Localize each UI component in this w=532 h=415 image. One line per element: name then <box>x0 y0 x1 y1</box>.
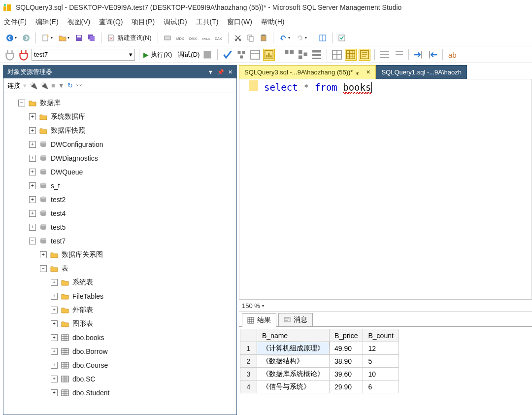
tab-active[interactable]: SQLQuery3.sql -...9A\haozhang (55))*⁎✕ <box>239 65 376 79</box>
results-grid-icon[interactable] <box>345 49 357 61</box>
tree-node[interactable]: +系统数据库 <box>5 110 234 124</box>
specify-values-icon[interactable]: ab <box>447 49 459 61</box>
outdent-icon[interactable] <box>427 49 438 61</box>
debug-button[interactable]: 调试(D) <box>178 50 200 59</box>
cell[interactable]: 5 <box>363 355 399 368</box>
tree-node[interactable]: +外部表 <box>5 303 234 317</box>
expander-icon[interactable]: + <box>40 251 47 258</box>
expander-icon[interactable]: + <box>51 279 58 286</box>
outline-icon[interactable] <box>249 49 261 61</box>
menu-window[interactable]: 窗口(W) <box>227 18 252 27</box>
tree-node[interactable]: +dbo.Borrow <box>5 345 234 358</box>
plan-icon[interactable] <box>235 49 247 61</box>
cell[interactable]: 10 <box>363 368 399 380</box>
zoom-level[interactable]: 150 % ▾ <box>239 300 532 312</box>
menu-project[interactable]: 项目(P) <box>132 18 155 27</box>
tb-mdx-icon[interactable]: MDX <box>175 33 186 43</box>
cell[interactable]: 38.90 <box>330 355 363 368</box>
results-grid[interactable]: B_nameB_priceB_count1《计算机组成原理》49.90122《数… <box>239 327 532 395</box>
menu-view[interactable]: 视图(V) <box>67 18 91 27</box>
tree-node[interactable]: +图形表 <box>5 317 234 331</box>
tb2-icon-d[interactable] <box>331 49 343 61</box>
cell[interactable]: 49.90 <box>330 342 363 355</box>
expander-icon[interactable]: + <box>51 293 58 300</box>
tree-node[interactable]: +数据库关系图 <box>5 248 234 262</box>
menu-edit[interactable]: 编辑(E) <box>35 18 59 27</box>
oex-pulse-icon[interactable]: 〰 <box>76 82 82 89</box>
expander-icon[interactable]: + <box>29 182 36 189</box>
open-icon[interactable]: ▾ <box>57 33 71 43</box>
cell[interactable]: 39.60 <box>330 368 363 380</box>
tree-node[interactable]: +数据库快照 <box>5 124 234 138</box>
include-stats-icon[interactable] <box>263 49 275 61</box>
tree-node[interactable]: −test7 <box>5 234 234 248</box>
results-tab[interactable]: 结果 <box>242 313 276 327</box>
execute-button[interactable]: ▶执行(X) <box>143 50 172 59</box>
cell[interactable]: 《计算机组成原理》 <box>257 342 330 355</box>
tb2-icon-b[interactable] <box>297 49 309 61</box>
cut-icon[interactable] <box>233 33 243 43</box>
cell[interactable]: 《信号与系统》 <box>257 380 330 393</box>
expander-icon[interactable]: + <box>29 210 36 217</box>
expander-icon[interactable]: + <box>51 362 58 369</box>
tb2-icon-c[interactable] <box>311 49 323 61</box>
expander-icon[interactable]: + <box>29 127 36 134</box>
tree-node[interactable]: +DWQueue <box>5 165 234 179</box>
expander-icon[interactable]: + <box>51 320 58 327</box>
row-number[interactable]: 2 <box>240 355 257 368</box>
tree-node[interactable]: +dbo.Course <box>5 358 234 372</box>
comment-icon[interactable] <box>379 49 391 61</box>
database-select[interactable]: test7▾ <box>32 49 135 61</box>
expander-icon[interactable]: + <box>29 196 36 203</box>
expander-icon[interactable]: + <box>51 389 58 396</box>
expander-icon[interactable]: + <box>29 169 36 175</box>
tb-dax-icon[interactable]: DAX <box>213 33 224 43</box>
expander-icon[interactable]: + <box>51 376 58 382</box>
tree-node[interactable]: −表 <box>5 262 234 276</box>
tree-node[interactable]: +系统表 <box>5 276 234 289</box>
col-header[interactable]: B_name <box>257 329 330 342</box>
menu-file[interactable]: 文件(F) <box>4 18 27 27</box>
oex-plug-icon[interactable]: 🔌 <box>30 82 37 89</box>
new-icon[interactable]: ▾ <box>40 33 55 43</box>
save-icon[interactable] <box>73 33 84 43</box>
cell[interactable]: 《数据结构》 <box>257 355 330 368</box>
copy-icon[interactable] <box>245 33 256 43</box>
tree-node[interactable]: +FileTables <box>5 289 234 303</box>
menu-query[interactable]: 查询(Q) <box>99 18 123 27</box>
tree-node[interactable]: +DWDiagnostics <box>5 151 234 165</box>
tb-prop-icon[interactable] <box>336 33 347 43</box>
expander-icon[interactable]: + <box>51 307 58 313</box>
col-header[interactable]: B_count <box>363 329 399 342</box>
uncomment-icon[interactable] <box>393 49 404 61</box>
col-header[interactable]: B_price <box>330 329 363 342</box>
tree-node[interactable]: +dbo.SC <box>5 372 234 386</box>
tree-node[interactable]: +test2 <box>5 193 234 207</box>
cell[interactable]: 《数据库系统概论》 <box>257 368 330 380</box>
oex-refresh-icon[interactable]: ↻ <box>67 82 73 89</box>
undo-icon[interactable]: ▾ <box>277 33 292 43</box>
expander-icon[interactable]: − <box>29 238 36 244</box>
menu-tools[interactable]: 工具(T) <box>196 18 219 27</box>
tree-node[interactable]: +s_t <box>5 179 234 193</box>
panel-pin-icon[interactable]: 📌 <box>217 69 224 75</box>
tb-icon-1[interactable] <box>162 33 173 43</box>
cell[interactable]: 29.90 <box>330 380 363 393</box>
paste-icon[interactable] <box>258 33 269 43</box>
expander-icon[interactable]: + <box>29 141 36 148</box>
sql-editor[interactable]: select * from books <box>239 79 532 300</box>
tab-inactive[interactable]: SQLQuery1.sql -...9A\haozh <box>376 65 467 79</box>
row-number[interactable]: 1 <box>240 342 257 355</box>
expander-icon[interactable]: + <box>51 334 58 341</box>
nav-fwd-icon[interactable] <box>21 33 32 43</box>
cell[interactable]: 6 <box>363 380 399 393</box>
oex-stop-icon[interactable]: ■ <box>51 82 55 89</box>
expander-icon[interactable]: + <box>51 348 58 355</box>
expander-icon[interactable]: + <box>29 113 36 120</box>
object-tree[interactable]: −数据库+系统数据库+数据库快照+DWConfiguration+DWDiagn… <box>3 93 236 415</box>
tb-xmla-icon[interactable]: XMLA <box>200 33 211 43</box>
expander-icon[interactable]: − <box>18 100 25 106</box>
tree-node[interactable]: +dbo.books <box>5 331 234 345</box>
panel-dropdown-icon[interactable]: ▼ <box>208 69 213 75</box>
row-number[interactable]: 4 <box>240 380 257 393</box>
